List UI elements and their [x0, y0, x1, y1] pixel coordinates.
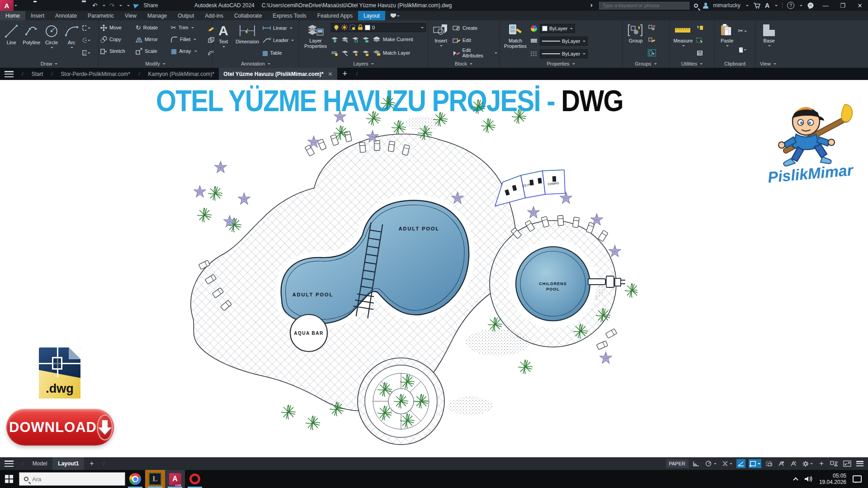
edit-attributes-button[interactable]: Edit Attributes: [453, 47, 497, 59]
file-tab-active[interactable]: Otel Yüzme Havuzu (PislikMimar.com)*✕: [219, 68, 337, 80]
clean-screen-icon[interactable]: [842, 459, 852, 468]
quick-calculator-icon[interactable]: [696, 49, 704, 56]
object-color-combo[interactable]: ByLayer: [540, 24, 575, 33]
object-snap-icon[interactable]: [749, 459, 761, 468]
cut-icon[interactable]: ✂: [738, 28, 746, 35]
tab-home[interactable]: Home: [0, 11, 25, 20]
user-avatar-icon[interactable]: [703, 3, 708, 9]
search-collapse-icon[interactable]: [591, 4, 594, 7]
layer-combo-caret-icon[interactable]: [421, 27, 424, 30]
panel-utilities-footer[interactable]: Utilities: [670, 59, 714, 68]
match-properties-button[interactable]: Match Properties: [501, 22, 529, 60]
tab-addins[interactable]: Add-ins: [199, 11, 229, 20]
user-menu-caret-icon[interactable]: [746, 5, 749, 8]
customization-plus-icon[interactable]: +: [817, 459, 826, 468]
mirror-button[interactable]: Mirror: [136, 36, 171, 43]
block-edit-button[interactable]: Edit: [453, 34, 497, 46]
keyword-search-input[interactable]: [599, 2, 689, 9]
status-menu-icon[interactable]: [855, 459, 864, 468]
copy-clip-icon[interactable]: [738, 46, 746, 53]
isolate-objects-icon[interactable]: [829, 459, 839, 468]
taskbar-search[interactable]: [19, 472, 125, 486]
panel-properties-footer[interactable]: Properties: [500, 60, 622, 68]
panel-draw-footer[interactable]: Draw: [0, 59, 98, 68]
base-button[interactable]: Base: [757, 22, 781, 59]
ungroup-icon[interactable]: [648, 24, 656, 32]
tab-manage[interactable]: Manage: [142, 11, 172, 20]
open-file-icon[interactable]: [33, 2, 41, 9]
layer-thaw-icon[interactable]: [341, 50, 349, 56]
workspace-gear-icon[interactable]: [801, 459, 814, 468]
layer-isolate-icon[interactable]: [341, 37, 349, 42]
file-tabs-menu-icon[interactable]: [5, 71, 14, 77]
tab-insert[interactable]: Insert: [25, 11, 50, 20]
close-button[interactable]: ✕: [854, 0, 866, 11]
new-drawing-button[interactable]: +: [337, 68, 353, 80]
tab-parametric[interactable]: Parametric: [82, 11, 119, 20]
save-as-icon[interactable]: [57, 2, 65, 9]
download-button[interactable]: DOWNLOAD: [6, 409, 114, 446]
restore-button[interactable]: ❐: [836, 0, 849, 11]
paste-button[interactable]: Paste: [717, 22, 737, 59]
tab-annotate[interactable]: Annotate: [50, 11, 82, 20]
arc-button[interactable]: Arc: [62, 22, 81, 59]
lineweight-combo[interactable]: ByLayer: [540, 37, 588, 46]
layer-on-all-icon[interactable]: [331, 50, 338, 56]
minimize-button[interactable]: —: [819, 0, 832, 11]
annotation-autoscale-icon[interactable]: [789, 459, 798, 468]
layer-properties-button[interactable]: Layer Properties: [301, 22, 330, 59]
tray-expand-icon[interactable]: [793, 477, 798, 482]
leader-button[interactable]: Leader: [262, 34, 297, 46]
panel-clipboard-footer[interactable]: Clipboard: [715, 59, 755, 68]
start-button[interactable]: [0, 470, 18, 488]
panel-block-footer[interactable]: Block: [428, 59, 499, 68]
opera-taskbar-icon[interactable]: [185, 470, 205, 488]
stretch-button[interactable]: Stretch: [100, 48, 136, 55]
text-button[interactable]: A Text: [214, 22, 232, 59]
taskbar-clock[interactable]: 05:05 19.04.2026: [819, 473, 846, 485]
layer-previous-icon[interactable]: [352, 50, 359, 56]
app-menu-caret-icon[interactable]: [14, 5, 17, 8]
tab-layout[interactable]: Layout: [358, 11, 385, 20]
layer-freeze-icon[interactable]: [352, 37, 359, 42]
feedback-bubble-icon[interactable]: [807, 2, 815, 9]
snap-mode-icon[interactable]: [704, 459, 717, 468]
rectangle-icon[interactable]: [82, 24, 90, 32]
select-all-icon[interactable]: [696, 37, 704, 44]
panel-annotation-footer[interactable]: Annotation: [212, 59, 299, 68]
ellipse-icon[interactable]: [82, 37, 90, 44]
file-tab-stor-perde[interactable]: Stor-Perde-PislikMimar.com*: [57, 68, 135, 80]
tab-featured-apps[interactable]: Featured Apps: [312, 11, 358, 20]
group-selection-toggle-icon[interactable]: [648, 49, 656, 56]
fillet-button[interactable]: Fillet: [171, 36, 206, 43]
taskbar-search-input[interactable]: [32, 476, 104, 483]
layer-off-icon[interactable]: [331, 37, 338, 42]
volume-icon[interactable]: [804, 475, 813, 483]
save-icon[interactable]: [45, 2, 53, 9]
measure-button[interactable]: Measure: [671, 22, 695, 59]
share-label[interactable]: Share: [143, 2, 158, 9]
panel-view-footer[interactable]: View: [755, 59, 823, 68]
search-icon[interactable]: [694, 4, 698, 8]
copy-button[interactable]: Copy: [100, 36, 136, 43]
panel-groups-footer[interactable]: Groups: [623, 59, 669, 68]
grid-icon[interactable]: [692, 459, 701, 468]
polyline-button[interactable]: Polyline: [22, 22, 41, 59]
new-layout-button[interactable]: +: [84, 457, 99, 470]
tab-collaborate[interactable]: Collaborate: [229, 11, 267, 20]
autodesk-account-icon[interactable]: A: [765, 2, 769, 9]
notification-center-icon[interactable]: [853, 475, 862, 483]
share-icon[interactable]: [133, 2, 140, 9]
layer-select-combo[interactable]: 0: [331, 23, 426, 32]
linear-button[interactable]: Linear: [262, 22, 297, 34]
new-file-icon[interactable]: [22, 2, 29, 9]
username-label[interactable]: mimarlucky: [713, 2, 741, 9]
panel-modify-footer[interactable]: Modify: [99, 59, 212, 68]
autodesk-caret-icon[interactable]: [775, 5, 778, 8]
make-current-button[interactable]: Make Current: [373, 33, 413, 45]
tab-express-tools[interactable]: Express Tools: [267, 11, 311, 20]
linetype-combo[interactable]: ByLayer: [540, 49, 588, 58]
move-button[interactable]: Move: [100, 24, 136, 31]
match-layer-button[interactable]: Match Layer: [373, 47, 410, 59]
circle-button[interactable]: Circle: [42, 22, 61, 59]
